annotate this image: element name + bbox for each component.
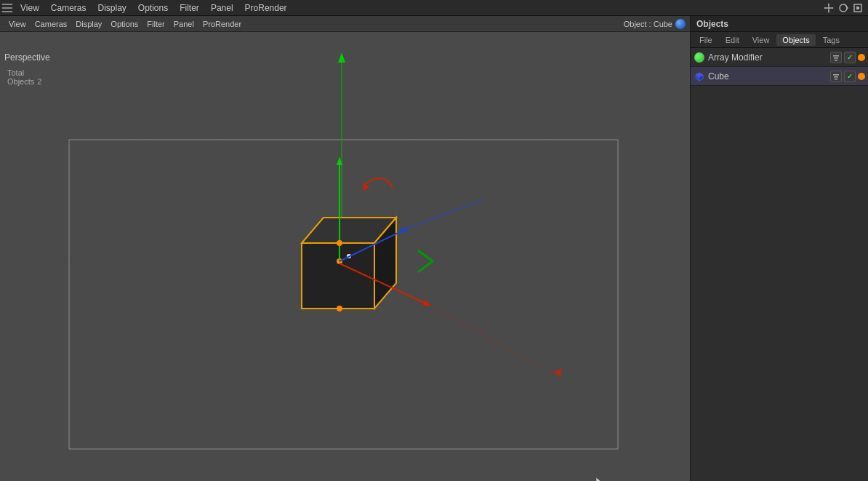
object-row-array[interactable]: Array Modifier ✓ [691, 48, 868, 67]
tab-tags[interactable]: Tags [817, 34, 845, 46]
menu-prorender[interactable]: ProRender [239, 0, 293, 16]
viewport[interactable]: View Cameras Display Options Filter Pane… [0, 16, 690, 481]
svg-line-40 [0, 192, 342, 481]
right-panel: Objects File Edit View Objects Tags Arra… [690, 16, 868, 481]
menu-cameras[interactable]: Cameras [45, 0, 92, 16]
vp-menu-view[interactable]: View [4, 16, 31, 32]
app-icon [0, 0, 15, 16]
svg-marker-60 [554, 368, 563, 377]
svg-line-39 [342, 32, 683, 192]
vp-menu-cameras[interactable]: Cameras [31, 16, 72, 32]
vp-menu-prorender[interactable]: ProRender [198, 16, 246, 32]
move-icon[interactable] [823, 2, 835, 14]
svg-marker-8 [847, 7, 848, 9]
svg-rect-0 [2, 4, 12, 5]
svg-point-57 [337, 240, 342, 246]
array-check-btn[interactable]: ✓ [844, 52, 856, 63]
array-modifier-actions: ✓ [830, 52, 865, 63]
viewport-sphere-icon [675, 19, 686, 29]
svg-line-38 [342, 32, 545, 192]
scale-icon[interactable] [852, 2, 864, 14]
svg-line-55 [407, 199, 483, 228]
array-orange-dot [858, 54, 865, 61]
menu-display[interactable]: Display [92, 0, 132, 16]
main-area: View Cameras Display Options Filter Pane… [0, 16, 868, 481]
toolbar-right [823, 2, 868, 14]
viewport-header-right: Object : Cube [624, 19, 686, 29]
svg-marker-61 [596, 477, 606, 481]
svg-point-58 [337, 306, 342, 311]
svg-marker-46 [338, 52, 345, 63]
cube-actions: ✓ [830, 71, 865, 82]
svg-rect-2 [2, 11, 12, 12]
menu-view[interactable]: View [15, 0, 45, 16]
cube-orange-dot [858, 73, 865, 80]
menu-filter[interactable]: Filter [174, 0, 205, 16]
svg-line-59 [429, 305, 560, 378]
svg-marker-47 [302, 243, 374, 309]
cube-filter-btn[interactable] [830, 71, 842, 82]
tab-objects[interactable]: Objects [776, 34, 815, 46]
object-list: Array Modifier ✓ [691, 48, 868, 481]
vp-menu-options[interactable]: Options [106, 16, 142, 32]
svg-rect-1 [2, 7, 12, 9]
svg-line-33 [0, 32, 342, 192]
scene-svg [0, 32, 690, 481]
svg-rect-63 [834, 57, 838, 59]
viewport-header: View Cameras Display Options Filter Pane… [0, 16, 690, 32]
tab-view[interactable]: View [747, 34, 776, 46]
vp-menu-panel[interactable]: Panel [169, 16, 198, 32]
svg-rect-70 [835, 79, 837, 80]
panel-title: Objects [696, 19, 728, 29]
right-panel-tabs: File Edit View Objects Tags [691, 32, 868, 48]
cube-name: Cube [708, 71, 827, 82]
right-panel-header: Objects [691, 16, 868, 32]
svg-line-37 [342, 32, 429, 192]
cube-check-btn[interactable]: ✓ [844, 71, 856, 82]
vp-menu-filter[interactable]: Filter [142, 16, 169, 32]
svg-rect-62 [833, 55, 839, 57]
tab-file[interactable]: File [694, 34, 718, 46]
tab-edit[interactable]: Edit [720, 34, 745, 46]
svg-rect-64 [835, 60, 837, 61]
svg-line-35 [73, 32, 342, 192]
array-modifier-icon [694, 52, 705, 63]
svg-rect-69 [834, 76, 838, 78]
cube-icon [694, 71, 705, 82]
array-modifier-name: Array Modifier [708, 52, 827, 63]
array-filter-btn[interactable] [830, 52, 842, 63]
object-label: Object : Cube [624, 20, 672, 28]
vp-menu-display[interactable]: Display [71, 16, 106, 32]
svg-line-36 [254, 32, 342, 192]
menu-panel[interactable]: Panel [205, 0, 239, 16]
canvas-area[interactable]: Perspective Total Objects 2 [0, 32, 690, 481]
menu-options[interactable]: Options [132, 0, 174, 16]
rotate-icon[interactable] [837, 2, 849, 14]
object-row-cube[interactable]: Cube ✓ [691, 67, 868, 86]
svg-line-34 [145, 32, 342, 192]
svg-rect-68 [833, 74, 839, 76]
top-menubar: View Cameras Display Options Filter Pane… [0, 0, 868, 16]
svg-rect-10 [856, 7, 859, 9]
